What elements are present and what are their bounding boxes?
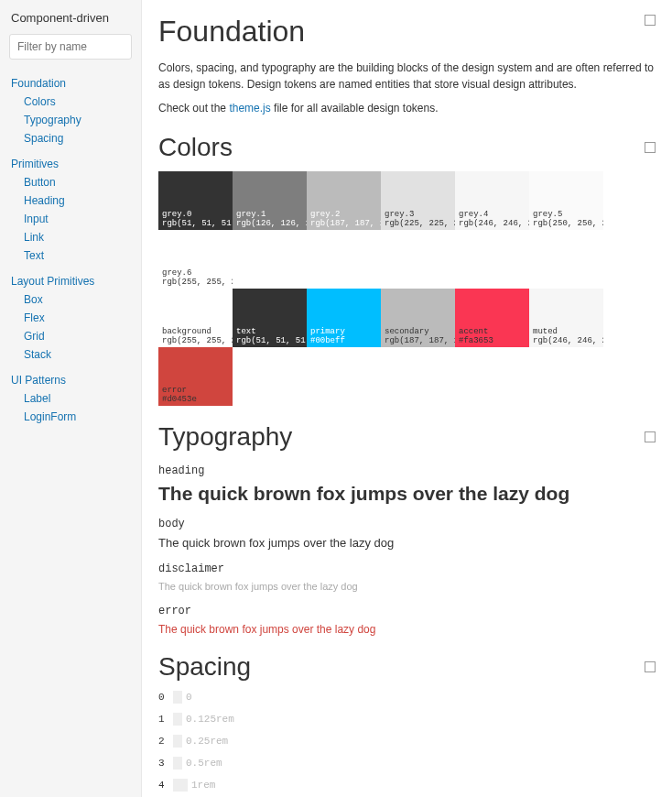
nav: FoundationColorsTypographySpacingPrimiti… — [0, 71, 141, 430]
color-swatch: grey.0rgb(51, 51, 51) — [158, 171, 233, 230]
nav-item[interactable]: LoginForm — [11, 408, 130, 426]
intro-2: Check out the theme.js file for all avai… — [158, 100, 656, 116]
swatch-value: #fa3653 — [459, 336, 493, 345]
page-title: Foundation — [158, 15, 305, 49]
spacing-bar — [173, 735, 182, 748]
spacing-row: 30.5rem — [158, 757, 656, 770]
nav-item[interactable]: Link — [11, 228, 130, 246]
color-swatch: grey.3rgb(225, 225, 225) — [381, 171, 455, 230]
spacing-row: 41rem — [158, 779, 656, 792]
nav-item[interactable]: Typography — [11, 111, 130, 129]
typo-label-body: body — [158, 518, 656, 530]
spacing-index: 2 — [158, 736, 173, 747]
spacing-list: 0010.125rem20.25rem30.5rem41rem52rem64re… — [158, 691, 656, 797]
spacing-row: 20.25rem — [158, 735, 656, 748]
swatch-label: background — [162, 327, 211, 336]
expand-icon[interactable] — [645, 15, 656, 26]
nav-item[interactable]: Grid — [11, 327, 130, 345]
swatch-label: grey.6 — [162, 268, 191, 278]
swatch-label: primary — [310, 327, 345, 336]
main: Foundation Colors, spacing, and typograp… — [142, 0, 672, 797]
colors-heading: Colors — [158, 133, 656, 162]
nav-section-head[interactable]: Foundation — [11, 74, 130, 93]
nav-item[interactable]: Heading — [11, 191, 130, 210]
color-swatch: accent#fa3653 — [455, 289, 529, 347]
typo-label-error: error — [158, 605, 656, 617]
swatch-value: rgb(250, 250, 250) — [533, 219, 603, 228]
swatch-label: grey.3 — [385, 210, 414, 219]
spacing-bar — [173, 691, 182, 704]
spacing-bar — [173, 713, 182, 726]
color-swatch: backgroundrgb(255, 255, 255) — [158, 289, 233, 347]
color-swatch: mutedrgb(246, 246, 246) — [529, 289, 603, 347]
swatch-label: grey.1 — [236, 210, 266, 219]
nav-item[interactable]: Input — [11, 210, 130, 228]
swatch-label: error — [162, 386, 187, 395]
nav-item[interactable]: Button — [11, 173, 130, 191]
swatch-value: #d0453e — [162, 395, 197, 404]
color-swatch: grey.1rgb(126, 126, 126) — [233, 171, 307, 230]
color-swatch: error#d0453e — [158, 347, 233, 406]
typo-sample-heading: The quick brown fox jumps over the lazy … — [158, 483, 656, 505]
spacing-index: 4 — [158, 780, 173, 791]
spacing-heading-text: Spacing — [158, 652, 251, 682]
swatch-value: rgb(246, 246, 246) — [459, 219, 529, 228]
swatch-label: grey.5 — [533, 210, 562, 219]
swatch-row-semantic: backgroundrgb(255, 255, 255)textrgb(51, … — [158, 289, 656, 406]
color-swatch: grey.6rgb(255, 255, 255) — [158, 230, 233, 289]
swatch-label: text — [236, 327, 256, 336]
swatch-label: grey.0 — [162, 210, 191, 219]
theme-link[interactable]: theme.js — [229, 102, 270, 115]
nav-section-head[interactable]: Layout Primitives — [11, 272, 130, 290]
app-title: Component-driven — [0, 11, 141, 34]
swatch-value: rgb(51, 51, 51) — [162, 219, 233, 228]
intro-2-pre: Check out the — [158, 102, 229, 115]
swatch-label: muted — [533, 327, 558, 336]
expand-icon[interactable] — [645, 142, 656, 153]
color-swatch: secondaryrgb(187, 187, 187) — [381, 289, 455, 347]
typo-label-disclaimer: disclaimer — [158, 562, 656, 575]
color-swatch: primary#00beff — [307, 289, 381, 347]
typo-sample-disclaimer: The quick brown fox jumps over the lazy … — [158, 581, 656, 592]
nav-item[interactable]: Flex — [11, 309, 130, 327]
spacing-row: 10.125rem — [158, 713, 656, 726]
spacing-index: 3 — [158, 758, 173, 769]
swatch-value: rgb(225, 225, 225) — [385, 219, 455, 228]
nav-item[interactable]: Label — [11, 389, 130, 408]
swatch-value: rgb(187, 187, 187) — [310, 219, 381, 228]
sidebar: Component-driven FoundationColorsTypogra… — [0, 0, 142, 797]
nav-item[interactable]: Stack — [11, 345, 130, 364]
nav-item[interactable]: Colors — [11, 93, 130, 111]
color-swatch: textrgb(51, 51, 51) — [233, 289, 307, 347]
intro-2-post: file for all available design tokens. — [271, 102, 439, 115]
swatch-value: rgb(255, 255, 255) — [162, 278, 233, 287]
nav-item[interactable]: Box — [11, 290, 130, 309]
swatch-label: grey.4 — [459, 210, 488, 219]
swatch-label: secondary — [385, 327, 429, 336]
nav-section-head[interactable]: UI Patterns — [11, 371, 130, 389]
swatch-value: rgb(187, 187, 187) — [385, 336, 455, 345]
expand-icon[interactable] — [645, 661, 656, 672]
nav-item[interactable]: Text — [11, 246, 130, 265]
spacing-bar — [173, 757, 182, 770]
typography-heading-text: Typography — [158, 422, 292, 452]
swatch-label: accent — [459, 327, 488, 336]
color-swatch: grey.2rgb(187, 187, 187) — [307, 171, 381, 230]
swatch-value: rgb(51, 51, 51) — [236, 336, 307, 345]
spacing-index: 0 — [158, 692, 173, 703]
spacing-heading: Spacing — [158, 652, 656, 682]
color-swatch: grey.4rgb(246, 246, 246) — [455, 171, 529, 230]
intro-1: Colors, spacing, and typography are the … — [158, 60, 656, 93]
nav-section-head[interactable]: Primitives — [11, 155, 130, 173]
filter-wrap — [0, 34, 141, 71]
spacing-bar — [173, 779, 188, 792]
typo-sample-error: The quick brown fox jumps over the lazy … — [158, 623, 656, 636]
swatch-row-greys: grey.0rgb(51, 51, 51)grey.1rgb(126, 126,… — [158, 171, 656, 289]
color-swatch: grey.5rgb(250, 250, 250) — [529, 171, 603, 230]
nav-item[interactable]: Spacing — [11, 129, 130, 147]
expand-icon[interactable] — [645, 431, 656, 442]
spacing-row: 00 — [158, 691, 656, 704]
typography-heading: Typography — [158, 422, 656, 452]
filter-input[interactable] — [9, 34, 132, 60]
colors-heading-text: Colors — [158, 133, 233, 162]
